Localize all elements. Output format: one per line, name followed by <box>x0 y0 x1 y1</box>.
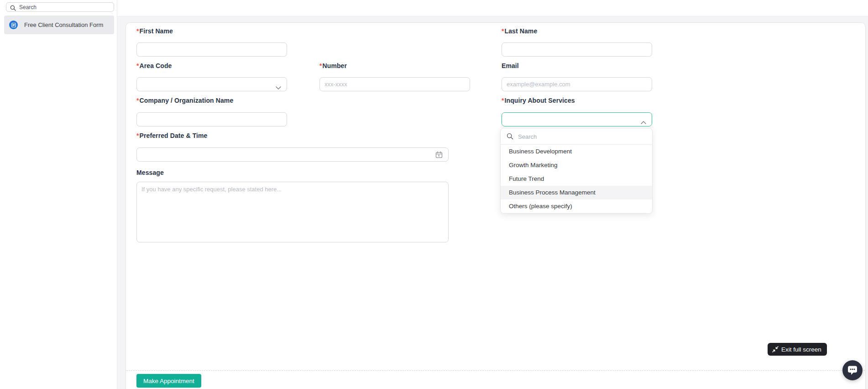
inquiry-dropdown-search-input[interactable] <box>518 131 646 142</box>
chevron-down-icon <box>276 83 281 91</box>
message-textarea[interactable] <box>136 182 449 242</box>
required-marker: * <box>502 27 504 35</box>
required-marker: * <box>502 97 504 104</box>
sidebar-item-label: Free Client Consultation Form <box>24 21 103 28</box>
inquiry-label: *Inquiry About Services <box>502 97 575 104</box>
inquiry-dropdown-search <box>501 128 652 145</box>
last-name-input[interactable] <box>502 42 652 57</box>
exit-fullscreen-button[interactable]: Exit full screen <box>768 343 827 356</box>
company-label: *Company / Organization Name <box>136 97 233 104</box>
first-name-input[interactable] <box>136 42 287 57</box>
area-code-select[interactable] <box>136 77 287 91</box>
required-marker: * <box>136 27 139 35</box>
search-icon <box>507 133 513 142</box>
sidebar-search <box>6 2 114 12</box>
last-name-label: *Last Name <box>502 27 537 35</box>
chat-button[interactable] <box>842 360 863 380</box>
area-code-label: *Area Code <box>136 62 172 69</box>
dropdown-option-business-development[interactable]: Business Development <box>501 145 652 158</box>
consultation-form-card: *First Name *Last Name *Area Code *Numbe… <box>125 22 866 389</box>
dropdown-option-growth-marketing[interactable]: Growth Marketing <box>501 158 652 172</box>
required-marker: * <box>136 132 139 139</box>
sidebar-item-free-client-consultation-form[interactable]: Free Client Consultation Form <box>4 16 114 34</box>
inquiry-select[interactable] <box>502 112 652 126</box>
dropdown-option-others[interactable]: Others (please specify) <box>501 200 652 213</box>
preferred-datetime-label: *Preferred Date & Time <box>136 132 207 139</box>
top-strip <box>117 0 868 16</box>
exit-fullscreen-label: Exit full screen <box>781 346 821 353</box>
dropdown-option-future-trend[interactable]: Future Trend <box>501 172 652 186</box>
calendar-icon[interactable] <box>435 151 443 158</box>
footer-divider <box>126 370 865 371</box>
company-input[interactable] <box>136 112 287 126</box>
search-icon <box>10 5 16 13</box>
form-document-icon <box>9 21 18 29</box>
compress-icon <box>772 346 779 352</box>
chevron-up-icon <box>641 118 646 126</box>
number-label: *Number <box>319 62 347 69</box>
sidebar: Free Client Consultation Form <box>0 0 117 389</box>
chat-bubble-icon <box>847 365 858 375</box>
sidebar-search-input[interactable] <box>19 3 110 11</box>
message-label: Message <box>136 169 164 176</box>
number-input[interactable] <box>319 77 470 91</box>
dropdown-option-business-process-management[interactable]: Business Process Management <box>501 186 652 200</box>
inquiry-dropdown-panel: Business Development Growth Marketing Fu… <box>500 128 653 214</box>
preferred-datetime-input[interactable] <box>136 147 449 162</box>
first-name-label: *First Name <box>136 27 173 35</box>
email-input[interactable] <box>502 77 652 91</box>
required-marker: * <box>319 62 322 69</box>
required-marker: * <box>136 97 139 104</box>
email-label: Email <box>502 62 519 69</box>
make-appointment-button[interactable]: Make Appointment <box>136 374 201 388</box>
required-marker: * <box>136 62 139 69</box>
